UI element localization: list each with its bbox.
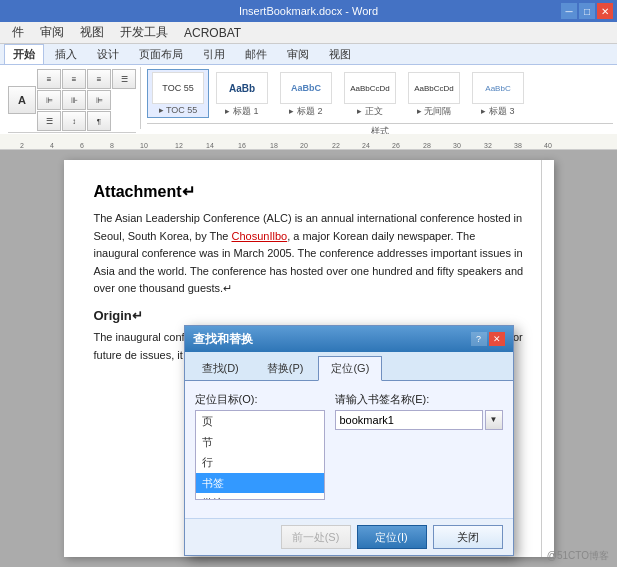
indent-btn-2[interactable]: ⊪	[62, 90, 86, 110]
style-h3-text: AaBbC	[485, 84, 510, 93]
title-text: InsertBookmark.docx - Word	[239, 5, 378, 17]
menu-developer[interactable]: 开发工具	[112, 22, 176, 43]
dialog-close-button[interactable]: ✕	[489, 332, 505, 346]
align-btn-1[interactable]: ☰	[37, 111, 61, 131]
align-btn-2[interactable]: ↕	[62, 111, 86, 131]
find-replace-dialog[interactable]: 查找和替换 ? ✕ 查找(D) 替换(P) 定位(G)	[184, 325, 514, 556]
styles-group: TOC 55 ▸ TOC 55 AaBb ▸ 标题 1 AaBbC	[143, 67, 613, 138]
ruler: 2 4 6 8 10 12 14 16 18 20 22 24 26 28 30…	[0, 134, 617, 150]
minimize-button[interactable]: ─	[561, 3, 577, 19]
watermark: @51CTO博客	[547, 549, 609, 563]
listbox-item-line[interactable]: 行	[196, 452, 324, 473]
list-btn-3[interactable]: ≡	[87, 69, 111, 89]
style-h2-label: ▸ 标题 2	[289, 105, 322, 118]
style-samples-row: TOC 55 ▸ TOC 55 AaBb ▸ 标题 1 AaBbC	[143, 67, 613, 123]
menu-file[interactable]: 件	[4, 22, 32, 43]
dialog-target-label: 定位目标(O):	[195, 391, 325, 408]
window-controls: ─ □ ✕	[561, 3, 613, 19]
menu-view[interactable]: 视图	[72, 22, 112, 43]
dialog-target-listbox[interactable]: 页 节 行 书签 批注 脚注	[195, 410, 325, 500]
style-toc55-preview: TOC 55	[152, 72, 204, 104]
dropdown-arrow-icon[interactable]: ▼	[485, 410, 503, 430]
style-toc55-text: TOC 55	[162, 83, 193, 93]
dialog-tabs: 查找(D) 替换(P) 定位(G)	[185, 352, 513, 381]
doc-chosunilbo: ChosunIlbo	[232, 230, 288, 242]
scroll-indicator	[541, 160, 542, 557]
style-toc55-label: ▸ TOC 55	[159, 105, 198, 115]
style-nospace[interactable]: AaBbCcDd ▸ 无间隔	[403, 69, 465, 121]
dialog-title-buttons: ? ✕	[471, 332, 505, 346]
document-page: Attachment↵ The Asian Leadership Confere…	[64, 160, 554, 557]
dialog-tab-find[interactable]: 查找(D)	[189, 356, 252, 380]
dialog-input-label: 请输入书签名称(E):	[335, 391, 503, 408]
tab-layout[interactable]: 页面布局	[130, 44, 192, 64]
document-area: Attachment↵ The Asian Leadership Confere…	[0, 150, 617, 567]
tab-insert[interactable]: 插入	[46, 44, 86, 64]
tab-view[interactable]: 视图	[320, 44, 360, 64]
style-h1-text: AaBb	[229, 83, 255, 94]
menu-acrobat[interactable]: ACROBAT	[176, 24, 249, 42]
tab-home[interactable]: 开始	[4, 44, 44, 64]
ribbon-content: A ≡ ≡ ≡ ☰ ⊫ ⊪ ⊫	[0, 64, 617, 140]
tab-mailings[interactable]: 邮件	[236, 44, 276, 64]
ribbon: 开始 插入 设计 页面布局 引用 邮件 审阅 视图 A ≡ ≡ ≡ ☰	[0, 44, 617, 134]
style-nospace-preview: AaBbCcDd	[408, 72, 460, 104]
dialog-target-col: 定位目标(O): 页 节 行 书签 批注 脚注	[195, 391, 325, 501]
ruler-mark-9: 20	[300, 142, 308, 149]
style-heading2[interactable]: AaBbC ▸ 标题 2	[275, 69, 337, 121]
ruler-mark-11: 24	[362, 142, 370, 149]
ruler-mark-13: 28	[423, 142, 431, 149]
list-btn-1[interactable]: ≡	[37, 69, 61, 89]
style-heading1[interactable]: AaBb ▸ 标题 1	[211, 69, 273, 121]
format-btn-1[interactable]: A	[8, 86, 36, 114]
close-dialog-button[interactable]: 关闭	[433, 525, 503, 549]
ruler-mark-15: 32	[484, 142, 492, 149]
goto-button[interactable]: 定位(I)	[357, 525, 427, 549]
listbox-item-bookmark[interactable]: 书签	[196, 473, 324, 494]
dialog-tab-goto[interactable]: 定位(G)	[318, 356, 382, 381]
dialog-footer: 前一处(S) 定位(I) 关闭	[185, 518, 513, 555]
tab-references[interactable]: 引用	[194, 44, 234, 64]
dialog-input-col: 请输入书签名称(E): ▼	[335, 391, 503, 501]
title-bar: InsertBookmark.docx - Word ─ □ ✕	[0, 0, 617, 22]
menu-review[interactable]: 审阅	[32, 22, 72, 43]
listbox-item-comment[interactable]: 批注	[196, 493, 324, 500]
ruler-mark-16: 38	[514, 142, 522, 149]
tab-review[interactable]: 审阅	[278, 44, 318, 64]
ruler-mark-8: 18	[270, 142, 278, 149]
dialog-tab-replace[interactable]: 替换(P)	[254, 356, 317, 380]
ruler-mark-1: 4	[50, 142, 54, 149]
doc-heading: Attachment↵	[94, 180, 524, 204]
restore-button[interactable]: □	[579, 3, 595, 19]
list-btn-2[interactable]: ≡	[62, 69, 86, 89]
listbox-item-section[interactable]: 节	[196, 432, 324, 453]
style-normal-text: AaBbCcDd	[350, 84, 390, 93]
prev-button[interactable]: 前一处(S)	[281, 525, 351, 549]
style-nospace-text: AaBbCcDd	[414, 84, 454, 93]
dialog-body: 定位目标(O): 页 节 行 书签 批注 脚注	[185, 381, 513, 519]
style-h1-label: ▸ 标题 1	[225, 105, 258, 118]
bookmark-name-input[interactable]	[335, 410, 483, 430]
style-heading3[interactable]: AaBbC ▸ 标题 3	[467, 69, 529, 121]
style-h3-label: ▸ 标题 3	[481, 105, 514, 118]
doc-paragraph1: The Asian Leadership Conference (ALC) is…	[94, 210, 524, 298]
ruler-mark-4: 10	[140, 142, 148, 149]
doc-subheading: Origin↵	[94, 306, 524, 326]
style-nospace-label: ▸ 无间隔	[417, 105, 452, 118]
style-toc55[interactable]: TOC 55 ▸ TOC 55	[147, 69, 209, 118]
dialog-title-bar: 查找和替换 ? ✕	[185, 326, 513, 352]
close-window-button[interactable]: ✕	[597, 3, 613, 19]
ruler-mark-6: 14	[206, 142, 214, 149]
tab-design[interactable]: 设计	[88, 44, 128, 64]
ruler-mark-2: 6	[80, 142, 84, 149]
indent-btn-3[interactable]: ⊫	[87, 90, 111, 110]
ribbon-tabs: 开始 插入 设计 页面布局 引用 邮件 审阅 视图	[0, 44, 617, 64]
indent-btn-1[interactable]: ⊫	[37, 90, 61, 110]
ruler-mark-3: 8	[110, 142, 114, 149]
para-btn[interactable]: ¶	[87, 111, 111, 131]
ruler-mark-12: 26	[392, 142, 400, 149]
listbox-item-page[interactable]: 页	[196, 411, 324, 432]
style-normal[interactable]: AaBbCcDd ▸ 正文	[339, 69, 401, 121]
dialog-help-button[interactable]: ?	[471, 332, 487, 346]
list-btn-4[interactable]: ☰	[112, 69, 136, 89]
